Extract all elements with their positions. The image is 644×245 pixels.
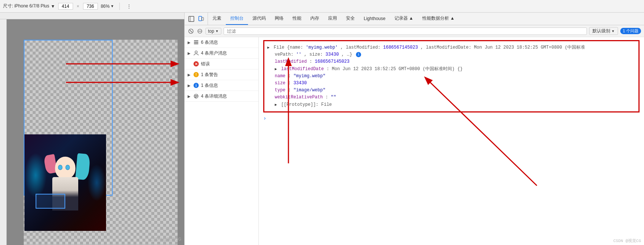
warning-icon: ! [194,72,199,77]
user-icon [194,50,199,56]
msg-item-verbose[interactable]: ▶ 4 条详细消息 [185,91,258,101]
svg-rect-3 [189,16,194,22]
tab-sources[interactable]: 源代码 [248,13,270,25]
tab-icons [185,13,208,25]
msg-item-info[interactable]: ▶ i 1 条信息 [185,80,258,91]
msg-group-user: ▶ 4 条用户消息 [185,48,258,59]
msg-item-user[interactable]: ▶ 4 条用户消息 [185,48,258,58]
console-main: ▶ 6 条消息 ▶ [185,37,644,245]
file-obj-line2: vePath: '' , size: 33430 , …} i [267,51,635,58]
vertical-ruler [0,19,7,245]
default-level-dropdown[interactable]: 默认级别 ▼ [589,27,618,35]
clear-console-icon[interactable] [188,28,194,35]
toolbar-divider [119,3,120,10]
tab-perf-insights[interactable]: 性能数据分析 ▲ [418,13,459,25]
issue-badge[interactable]: 1 个问题 [620,28,641,34]
height-input[interactable] [83,3,98,10]
svg-rect-12 [194,42,198,43]
filter-input[interactable] [224,27,587,35]
msg-group-warning: ▶ ! 1 条警告 [185,69,258,80]
highlight-selection [36,194,65,209]
msg-group-all: ▶ 6 条消息 [185,37,258,48]
msg-group-error: ✕ 错误 [185,59,258,69]
expand-proto-arrow[interactable]: ▶ [275,103,277,107]
expand-icon-warn: ▶ [188,73,191,77]
more-button[interactable]: ⋮ [125,3,133,10]
horizontal-ruler [0,13,184,19]
device-toggle-icon[interactable] [197,15,205,23]
expand-date-arrow[interactable]: ▶ [275,67,277,71]
list-icon [194,40,199,45]
message-list: ▶ 6 条消息 ▶ [185,37,259,245]
tab-elements[interactable]: 元素 [208,13,226,25]
msg-item-all[interactable]: ▶ 6 条消息 [185,37,258,48]
error-icon: ✕ [194,61,199,66]
zoom-selector[interactable]: 86% ▼ [101,4,114,9]
top-context-selector[interactable]: top ▼ [205,28,221,35]
inspect-icon[interactable] [188,15,195,23]
tab-memory[interactable]: 内存 [306,13,324,25]
msg-group-verbose: ▶ 4 条详细消息 [185,91,258,102]
anime-image [24,134,106,231]
svg-rect-16 [195,95,198,96]
prompt-arrow-icon: › [263,115,266,121]
main-area: CSDN @视觉CG 元素 [0,13,644,245]
char-eyes [58,165,73,170]
svg-rect-11 [194,40,198,41]
eye-right [65,165,70,170]
info-icon: i [194,83,199,88]
svg-rect-17 [195,96,198,97]
tab-security[interactable]: 安全 [341,13,359,25]
cross-separator: × [77,4,79,9]
expand-icon-info: ▶ [188,84,191,88]
annotation-box: ▶ File {name: 'myimg.webp' , lastModifie… [263,40,640,112]
tab-network[interactable]: 网络 [270,13,288,25]
char-head [55,157,76,179]
expand-icon: ▶ [188,40,191,45]
last-modified-line: lastModified : 1686567145023 [267,58,635,65]
tab-lighthouse[interactable]: Lighthouse [359,13,390,25]
size-line: size : 33430 [267,80,635,87]
expand-file-arrow[interactable]: ▶ [267,46,270,50]
tab-application[interactable]: 应用 [324,13,341,25]
webkit-line: webkitRelativePath : "" [267,94,635,101]
eye-left [58,165,62,170]
zoom-arrow[interactable]: ▼ [110,4,114,8]
svg-rect-13 [194,43,198,44]
svg-point-14 [195,51,197,53]
prototype-line: ▶ [[Prototype]]: File [267,101,635,108]
devtools-panel: 元素 控制台 源代码 网络 性能 内存 应用 [184,13,644,245]
csdn-watermark: CSDN @视觉CG [150,236,181,242]
device-label: 尺寸: iPhone 6/7/8 Plus [3,3,49,9]
glow-right [87,164,106,201]
console-prompt: › [263,115,640,121]
top-toolbar: 尺寸: iPhone 6/7/8 Plus ▼ × 86% ▼ ⋮ [0,0,644,13]
svg-line-8 [190,30,192,32]
preview-panel: CSDN @视觉CG [0,13,184,245]
file-obj-line1: ▶ File {name: 'myimg.webp' , lastModifie… [267,44,635,51]
file-info-icon[interactable]: i [356,52,361,57]
expand-icon-verbose: ▶ [188,94,191,98]
console-output: ▶ File {name: 'myimg.webp' , lastModifie… [259,37,644,245]
msg-item-warning[interactable]: ▶ ! 1 条警告 [185,69,258,80]
tab-recorder[interactable]: 记录器 ▲ [390,13,418,25]
msg-item-error[interactable]: ✕ 错误 [185,59,258,69]
svg-rect-5 [199,16,202,21]
verbose-icon [194,94,199,99]
console-toolbar: top ▼ 默认级别 ▼ 1 个问题 [185,25,644,37]
tab-performance[interactable]: 性能 [288,13,306,25]
last-modified-date-line: ▶ lastModifiedDate : Mon Jun 12 2023 18:… [267,66,635,73]
svg-rect-18 [195,97,196,98]
device-dropdown-arrow[interactable]: ▼ [51,4,55,9]
tab-console[interactable]: 控制台 [226,13,248,25]
device-selector[interactable]: 尺寸: iPhone 6/7/8 Plus ▼ [3,3,55,9]
msg-group-info: ▶ i 1 条信息 [185,80,258,91]
zoom-label: 86% [101,4,110,9]
csdn-watermark: CSDN @视觉CG [613,238,641,244]
devtools-tabs: 元素 控制台 源代码 网络 性能 内存 应用 [185,13,644,25]
type-line: type : "image/webp" [267,87,635,94]
block-icon[interactable] [196,28,203,35]
width-input[interactable] [58,3,73,10]
name-line: name : "myimg.webp" [267,73,635,80]
expand-icon-user: ▶ [188,51,191,55]
